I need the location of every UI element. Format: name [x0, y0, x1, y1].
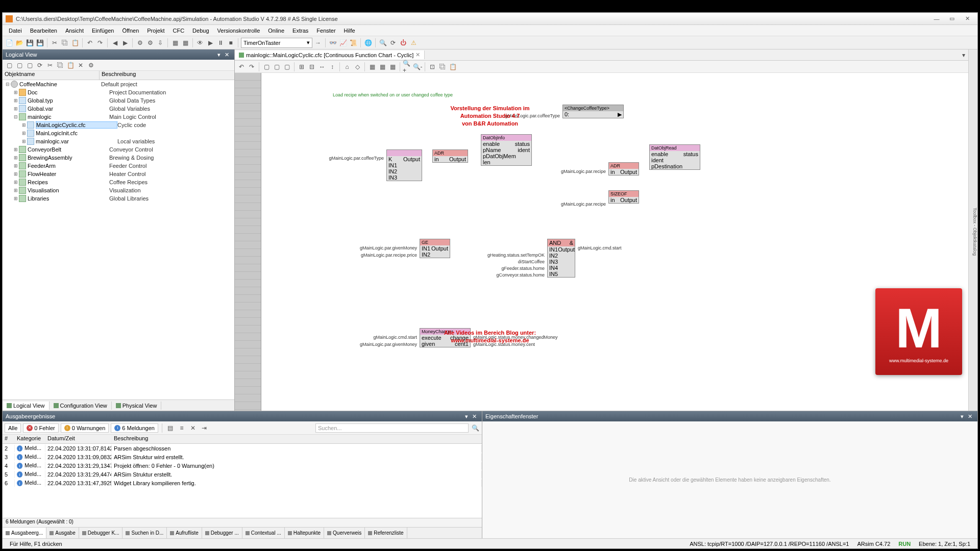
cfc-btn[interactable]: ▦: [378, 62, 387, 71]
stop-icon[interactable]: ■: [226, 38, 235, 47]
tab-close-icon[interactable]: ✕: [415, 52, 420, 58]
cfc-btn[interactable]: ⊡: [428, 62, 437, 71]
cfc-btn[interactable]: ⊟: [307, 62, 316, 71]
pause-icon[interactable]: ⏸: [216, 38, 225, 47]
menu-projekt[interactable]: Projekt: [143, 27, 168, 35]
cfc-btn[interactable]: ↶: [237, 62, 246, 71]
filter-messages[interactable]: i6 Meldungen: [111, 423, 158, 433]
maximize-button[interactable]: ▭: [945, 14, 959, 23]
save-all-icon[interactable]: 💾: [35, 38, 44, 47]
tree-row[interactable]: ⊞Global.typGlobal Data Types: [3, 96, 234, 105]
output-tab[interactable]: Contextual ...: [242, 528, 285, 538]
menu-ansicht[interactable]: Ansicht: [61, 27, 88, 35]
tree-btn[interactable]: ⚙: [86, 61, 95, 70]
cfc-btn[interactable]: ⊞: [297, 62, 306, 71]
save-icon[interactable]: 💾: [25, 38, 34, 47]
twisty-icon[interactable]: ⊞: [13, 147, 19, 152]
tree-row[interactable]: ⊞DocProject Documentation: [3, 88, 234, 96]
transfer-icon[interactable]: ⇩: [156, 38, 165, 47]
tree-btn[interactable]: ✂: [45, 61, 55, 70]
twisty-icon[interactable]: ⊞: [13, 180, 19, 185]
block-moneychanger[interactable]: MoneyChanger executechange givencent1: [420, 328, 471, 347]
twisty-icon[interactable]: ⊞: [13, 155, 19, 160]
open-icon[interactable]: 📂: [15, 38, 24, 47]
output-row[interactable]: 2i Meld...22.04.2020 13:31:07,8142Parsen…: [3, 444, 482, 453]
grid2-icon[interactable]: ▦: [181, 38, 190, 47]
search-icon[interactable]: 🔍: [378, 38, 387, 47]
cfc-canvas[interactable]: Load recipe when switched on or user cha…: [235, 73, 977, 411]
tree-btn[interactable]: ▢: [5, 61, 14, 70]
editor-tab-cfc[interactable]: mainlogic::MainLogicCyclic.cfc [Continuo…: [235, 51, 425, 59]
trace-icon[interactable]: 📈: [338, 38, 348, 47]
cfc-btn[interactable]: ⿻: [438, 62, 447, 71]
cfc-btn[interactable]: ▦: [368, 62, 377, 71]
output-tab[interactable]: Aufrufliste: [167, 528, 202, 538]
out-btn[interactable]: ⇥: [200, 423, 209, 433]
pane-close-icon[interactable]: ✕: [966, 413, 974, 420]
power-icon[interactable]: ⏻: [399, 38, 408, 47]
tree-row[interactable]: ⊞FeederArmFeeder Control: [3, 162, 234, 170]
pane-pin-icon[interactable]: ▾: [959, 413, 966, 420]
tree-row[interactable]: ⊟mainlogicMain Logic Control: [3, 113, 234, 121]
output-tab[interactable]: Referenzliste: [365, 528, 407, 538]
view-tab[interactable]: Physical View: [112, 402, 162, 410]
menu-datei[interactable]: Datei: [5, 27, 26, 35]
cfc-btn[interactable]: ▦: [388, 62, 397, 71]
twisty-icon[interactable]: ⊞: [13, 171, 19, 177]
diagram-surface[interactable]: Load recipe when switched on or user cha…: [261, 73, 977, 411]
cfc-btn[interactable]: ▢: [282, 62, 291, 71]
menu-debug[interactable]: Debug: [188, 27, 213, 35]
twisty-icon[interactable]: ⊟: [5, 82, 11, 87]
tree-row[interactable]: ⊞mainlogic.varLocal variables: [3, 137, 234, 145]
tree-row[interactable]: ⊞MainLogicInit.cfc: [3, 129, 234, 137]
goto-icon[interactable]: →: [313, 38, 323, 47]
menu-fenster[interactable]: Fenster: [312, 27, 339, 35]
run-icon[interactable]: ▶: [206, 38, 215, 47]
block-mux[interactable]: KOutput IN1 IN2 IN3: [386, 149, 422, 181]
output-tab[interactable]: Haltepunkte: [285, 528, 324, 538]
menu-extras[interactable]: Extras: [288, 27, 312, 35]
twisty-icon[interactable]: ⊟: [13, 114, 19, 119]
tree-row[interactable]: ⊞Global.varGlobal Variables: [3, 105, 234, 113]
block-datobjread[interactable]: DatObjRead enablestatus ident pDestinati…: [649, 144, 700, 170]
toolbox-rail[interactable]: Toolbox - Objektkatalog: [968, 49, 977, 411]
twisty-icon[interactable]: ⊞: [21, 139, 27, 144]
tree-btn[interactable]: ▢: [25, 61, 34, 70]
twisty-icon[interactable]: ⊞: [13, 106, 19, 111]
monitor-icon[interactable]: 👁: [195, 38, 205, 47]
redo-icon[interactable]: ↷: [95, 38, 105, 47]
object-combo[interactable]: TimerOnTaster ▾: [241, 38, 312, 48]
tree-row[interactable]: ⊞BrewingAssemblyBrewing & Dosing: [3, 154, 234, 162]
cfc-btn[interactable]: ◇: [353, 62, 362, 71]
minimize-button[interactable]: —: [929, 14, 944, 23]
tree-row[interactable]: ⊞VisualisationVisualization: [3, 186, 234, 194]
menu-versionskontrolle[interactable]: Versionskontrolle: [213, 27, 264, 35]
tree-row[interactable]: ⊞ConveyorBeltConveyor Control: [3, 145, 234, 154]
output-tab[interactable]: Debugger ...: [202, 528, 242, 538]
cfc-btn[interactable]: ▢: [272, 62, 281, 71]
pane-close-icon[interactable]: ✕: [223, 52, 231, 58]
watch-icon[interactable]: 👓: [328, 38, 337, 47]
output-search[interactable]: Suchen...: [315, 423, 469, 433]
zoom-out-icon[interactable]: 🔍-: [413, 62, 422, 71]
menu-online[interactable]: Online: [264, 27, 288, 35]
pane-pin-icon[interactable]: ▾: [463, 413, 470, 420]
out-btn[interactable]: ✕: [188, 423, 198, 433]
filter-all[interactable]: Alle: [5, 423, 21, 433]
menu-cfc[interactable]: CFC: [169, 27, 189, 35]
output-tab[interactable]: Debugger K...: [79, 528, 123, 538]
tree-row[interactable]: ⊞MainLogicCyclic.cfcCyclic code: [3, 121, 234, 129]
pane-close-icon[interactable]: ✕: [470, 413, 479, 420]
view-tab[interactable]: Configuration View: [50, 402, 112, 410]
output-tab[interactable]: Querverweis: [324, 528, 365, 538]
cfc-btn[interactable]: ↷: [247, 62, 256, 71]
grid-icon[interactable]: ▦: [170, 38, 180, 47]
new-icon[interactable]: 📄: [5, 38, 14, 47]
twisty-icon[interactable]: ⊞: [21, 131, 27, 136]
output-row[interactable]: 5i Meld...22.04.2020 13:31:29,4474ARSim …: [3, 470, 482, 479]
tree-row[interactable]: ⊞LibrariesGlobal Libraries: [3, 194, 234, 203]
tab-list-icon[interactable]: ▾: [959, 51, 968, 60]
paste-icon[interactable]: 📋: [70, 38, 80, 47]
block-adr[interactable]: ADR inOutput: [432, 149, 468, 163]
block-datobjinfo[interactable]: DatObjInfo enablestatus pNameident pDatO…: [481, 134, 532, 166]
